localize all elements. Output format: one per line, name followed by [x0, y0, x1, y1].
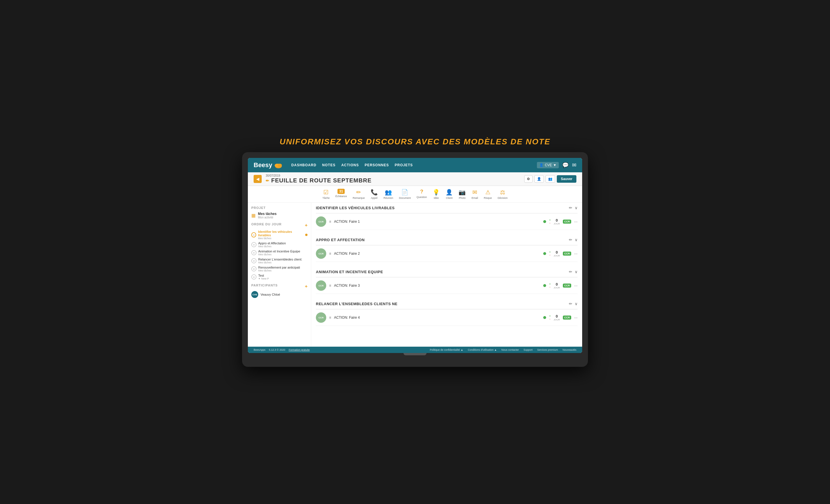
agenda-item-2[interactable]: ○ Appro et Affectation Mes tâches [251, 242, 308, 248]
icon-question[interactable]: ? Question [416, 189, 427, 199]
footer-support[interactable]: Support [523, 348, 533, 351]
more-btn-3[interactable]: ··· [574, 283, 578, 288]
back-button[interactable]: ◀ [254, 175, 262, 183]
counter-control-4: + − [549, 314, 551, 321]
icon-document[interactable]: 📄 Document [399, 189, 411, 199]
section-3-edit-button[interactable]: ✏ [569, 270, 572, 274]
minus-btn-1[interactable]: − [549, 222, 551, 225]
nav-notes[interactable]: NOTES [322, 163, 336, 167]
nav-links: DASHBOARD NOTES ACTIONS PERSONNES PROJET… [291, 163, 532, 167]
project-title: Mes tâches [258, 212, 277, 216]
section-1-edit-button[interactable]: ✏ [569, 206, 572, 210]
section-2-title: APPRO ET AFFECTATION [316, 238, 364, 242]
icon-reunion[interactable]: 👥 Réunion [384, 189, 393, 199]
footer-training[interactable]: Formation gratuite [289, 348, 310, 351]
content-area: IDENTIFIER LES VÉHICULES LIVRABLES ✏ ∨ C… [311, 202, 582, 347]
section-3-collapse-button[interactable]: ∨ [575, 270, 578, 274]
icon-risque[interactable]: ⚠ Risque [484, 189, 492, 199]
section-2-collapse-button[interactable]: ∨ [575, 238, 578, 242]
ccr-badge-1: CCR [563, 220, 572, 224]
minus-btn-4[interactable]: − [549, 318, 551, 321]
agenda-item-5[interactable]: ○ Renouvellement par anticipati Mes tâch… [251, 266, 308, 272]
agenda-icon-5: ○ [251, 266, 256, 272]
footer-left: BeesApps 5.12.3 © 2020 Formation gratuit… [254, 348, 310, 351]
icon-tache[interactable]: ☑ Tâche [322, 189, 330, 199]
add-agenda-button[interactable]: + [305, 223, 308, 228]
counter-display-2: 0 JOUR [554, 250, 560, 257]
photo-icon: 📷 [458, 189, 466, 196]
agenda-item-3[interactable]: ○ Animation et Incentive Equipe Mes tâch… [251, 250, 308, 256]
filter-button[interactable]: ⚙ [524, 175, 533, 183]
footer-news[interactable]: Nouveautés [563, 348, 576, 351]
save-button[interactable]: Sauver [557, 175, 576, 183]
section-3-header: ANIMATION ET INCENTIVE EQUIPE ✏ ∨ [316, 266, 578, 278]
share-button[interactable]: 👤 [534, 175, 544, 183]
minus-btn-2[interactable]: − [549, 254, 551, 257]
section-3: ANIMATION ET INCENTIVE EQUIPE ✏ ∨ CCR ≡ … [316, 266, 578, 294]
more-btn-2[interactable]: ··· [574, 251, 578, 256]
page-title: ✏ FEUILLE DE ROUTE SEPTEMBRE [266, 177, 523, 184]
footer-right: Politique de confidentialité ▲ Condition… [430, 348, 576, 351]
mail-icon[interactable]: ✉ [572, 162, 576, 168]
nav-user[interactable]: 👤 CVE ▼ [537, 162, 559, 168]
nav-personnes[interactable]: PERSONNES [364, 163, 389, 167]
footer-premium[interactable]: Services premium [537, 348, 558, 351]
agenda-item-1[interactable]: ○ Identifier les véhicules livrables Mes… [251, 230, 308, 240]
section-1: IDENTIFIER LES VÉHICULES LIVRABLES ✏ ∨ C… [316, 202, 578, 230]
more-btn-1[interactable]: ··· [574, 219, 578, 224]
action-list-icon-2: ≡ [329, 252, 331, 256]
toolbar-right: ⚙ 👤 👥 Sauver [524, 175, 576, 183]
nav-actions[interactable]: ACTIONS [341, 163, 359, 167]
agenda-sub-2: Mes tâches [258, 245, 286, 248]
agenda-sub-1: Mes tâches [258, 237, 304, 240]
status-dot-green-3 [543, 284, 546, 287]
ccr-badge-4: CCR [563, 316, 572, 320]
icon-photo[interactable]: 📷 Photo [458, 189, 466, 199]
nav-dashboard[interactable]: DASHBOARD [291, 163, 316, 167]
icon-client[interactable]: 👤 Client [446, 189, 453, 199]
counter-value-4: 0 [556, 314, 558, 318]
section-4-collapse-button[interactable]: ∨ [575, 302, 578, 306]
navbar: Beesy DASHBOARD NOTES ACTIONS PERSONNES … [248, 158, 582, 172]
section-2-actions: ✏ ∨ [569, 238, 578, 242]
project-info: Mes tâches Mon activité [258, 212, 277, 219]
remarque-label: Remarque [353, 196, 365, 199]
counter-display-1: 0 JOUR [554, 218, 560, 225]
section-1-header: IDENTIFIER LES VÉHICULES LIVRABLES ✏ ∨ [316, 202, 578, 214]
add-participant-button[interactable]: + [305, 284, 308, 289]
footer-contact[interactable]: Nous contacter [502, 348, 519, 351]
project-item[interactable]: ▦ Mes tâches Mon activité [251, 212, 308, 219]
more-btn-4[interactable]: ··· [574, 315, 578, 320]
plus-btn-3[interactable]: + [549, 282, 551, 286]
footer-privacy[interactable]: Politique de confidentialité ▲ [430, 348, 463, 351]
action-list-icon-1: ≡ [329, 220, 331, 224]
icon-echeance[interactable]: 31 Échéance [336, 189, 347, 199]
section-4-edit-button[interactable]: ✏ [569, 302, 572, 306]
icon-idee[interactable]: 💡 Idée [433, 189, 440, 199]
footer-terms[interactable]: Conditions d'utilisation ▲ [468, 348, 497, 351]
agenda-item-4[interactable]: ○ Relancer L'ensembledes client: Mes tâc… [251, 258, 308, 264]
chat-icon[interactable]: 💬 [562, 162, 569, 168]
plus-btn-2[interactable]: + [549, 250, 551, 254]
section-2-edit-button[interactable]: ✏ [569, 238, 572, 242]
agenda-section-header: ORDRE DU JOUR + [251, 222, 308, 228]
nav-projets[interactable]: PROJETS [395, 163, 413, 167]
agenda-info-1: Identifier les véhicules livrables Mes t… [258, 230, 304, 240]
agenda-info-6: Test ✦ New P [258, 274, 269, 280]
section-1-collapse-button[interactable]: ∨ [575, 206, 578, 210]
laptop-notch [404, 353, 426, 355]
plus-btn-4[interactable]: + [549, 314, 551, 318]
icon-decision[interactable]: ⚖ Décision [498, 189, 508, 199]
icon-email[interactable]: ✉ Email [472, 189, 478, 199]
agenda-item-6[interactable]: ○ Test ✦ New P [251, 274, 308, 280]
participant-item-1[interactable]: CVE Veauvy Chloé [251, 291, 308, 298]
minus-btn-3[interactable]: − [549, 286, 551, 289]
icon-appel[interactable]: 📞 Appel [371, 189, 378, 199]
plus-btn-1[interactable]: + [549, 218, 551, 222]
agenda-info-4: Relancer L'ensembledes client: Mes tâche… [258, 258, 302, 264]
team-button[interactable]: 👥 [546, 175, 555, 183]
section-2: APPRO ET AFFECTATION ✏ ∨ CCR ≡ ACTION: F… [316, 234, 578, 262]
risque-label: Risque [484, 196, 492, 199]
icon-remarque[interactable]: ✏ Remarque [353, 189, 365, 199]
svg-point-2 [278, 164, 282, 166]
